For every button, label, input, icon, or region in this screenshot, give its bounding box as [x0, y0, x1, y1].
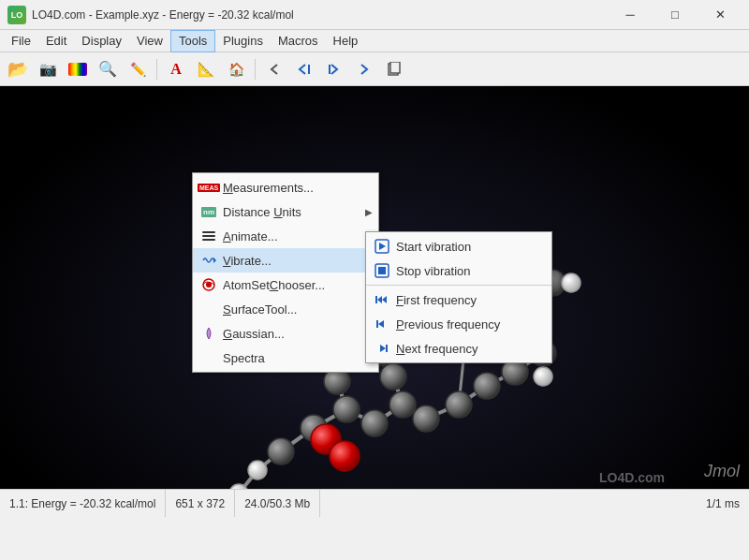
jmol-watermark: Jmol: [704, 462, 740, 481]
svg-rect-3: [390, 62, 400, 73]
menu-animate[interactable]: Animate... ▶: [193, 224, 378, 248]
measure-icon: 📐: [198, 61, 215, 78]
menu-measurements[interactable]: MEAS Measurements...: [193, 175, 378, 199]
maximize-button[interactable]: □: [654, 1, 697, 29]
svg-point-61: [534, 367, 552, 386]
measure-button[interactable]: 📐: [192, 56, 220, 82]
menu-file[interactable]: File: [4, 30, 38, 52]
fwd2-icon: [358, 63, 371, 76]
spectra-label: Spectra: [223, 351, 356, 365]
vibrate-submenu: Start vibration Stop vibration: [365, 231, 552, 363]
first-frequency[interactable]: First frequency: [366, 287, 551, 312]
atomset-icon: [200, 276, 217, 293]
text-icon: A: [170, 61, 182, 78]
svg-marker-75: [380, 345, 386, 352]
energy-label: 1.1: Energy =: [9, 497, 77, 510]
fwd1-icon: [328, 63, 341, 76]
menu-edit[interactable]: Edit: [38, 30, 74, 52]
pages-icon: [388, 62, 401, 77]
menu-help[interactable]: Help: [326, 30, 366, 52]
svg-point-35: [333, 396, 360, 422]
menu-distance-units[interactable]: nm Distance Units ▶: [193, 199, 378, 224]
menu-gaussian[interactable]: Gaussian...: [193, 321, 378, 346]
vibrate-sep: [366, 285, 551, 286]
atomset-label: AtomSetChooser...: [223, 278, 356, 292]
gaussian-label: Gaussian...: [223, 327, 356, 341]
start-vib-label: Start vibration: [396, 240, 529, 254]
nav-back2-button[interactable]: [290, 56, 318, 82]
home-button[interactable]: 🏠: [222, 56, 250, 82]
stop-vib-icon: [374, 262, 390, 279]
svg-point-37: [389, 391, 416, 418]
next-frequency[interactable]: Next frequency: [366, 336, 551, 361]
svg-point-39: [446, 391, 472, 418]
open-button[interactable]: 📂: [4, 56, 32, 82]
svg-point-33: [268, 438, 294, 464]
window-title: LO4D.com - Example.xyz - Energy = -20.32…: [32, 8, 609, 22]
menubar: File Edit Display View Tools Plugins Mac…: [0, 30, 749, 52]
stop-vibration[interactable]: Stop vibration: [366, 258, 551, 283]
measurements-label: Measurements...: [223, 181, 356, 195]
search-icon: 🔍: [98, 60, 117, 78]
vibrate-label: Vibrate...: [223, 254, 356, 268]
window-controls: ─ □ ✕: [609, 1, 742, 29]
first-freq-label: First frequency: [396, 293, 529, 307]
titlebar: LO LO4D.com - Example.xyz - Energy = -20…: [0, 0, 749, 30]
menu-surface[interactable]: SurfaceTool...: [193, 297, 378, 321]
next-freq-icon: [374, 340, 390, 357]
distance-units-arrow: ▶: [365, 207, 373, 217]
gaussian-icon: [200, 325, 217, 342]
svg-point-57: [248, 461, 267, 479]
previous-frequency[interactable]: Previous frequency: [366, 312, 551, 336]
memory-segment: 24.0/50.3 Mb: [235, 490, 320, 517]
dimensions-segment: 651 x 372: [166, 490, 235, 517]
start-vibration[interactable]: Start vibration: [366, 234, 551, 258]
nav-fwd1-button[interactable]: [320, 56, 348, 82]
memory-value: 24.0/50.3 Mb: [244, 497, 310, 510]
edit-button[interactable]: ✏️: [124, 56, 152, 82]
menu-spectra[interactable]: Spectra ▶: [193, 346, 378, 370]
search-button[interactable]: 🔍: [94, 56, 122, 82]
menu-vibrate[interactable]: Vibrate... ▶: [193, 248, 378, 273]
menu-atomset[interactable]: AtomSetChooser...: [193, 273, 378, 297]
menu-display[interactable]: Display: [74, 30, 129, 52]
camera-button[interactable]: 📷: [34, 56, 62, 82]
dimensions-value: 651 x 372: [175, 497, 225, 510]
close-button[interactable]: ✕: [698, 1, 742, 29]
edit-icon: ✏️: [130, 62, 146, 77]
svg-point-56: [330, 441, 360, 471]
menu-tools[interactable]: Tools: [170, 30, 215, 52]
minimize-button[interactable]: ─: [609, 1, 652, 29]
first-freq-icon: [374, 291, 390, 308]
rainbow-icon: [68, 63, 87, 76]
back1-icon: [268, 63, 281, 76]
timing-segment: 1/1 ms: [697, 490, 749, 517]
menu-macros[interactable]: Macros: [271, 30, 326, 52]
text-button[interactable]: A: [162, 56, 190, 82]
svg-point-40: [474, 373, 500, 399]
animate-icon: [200, 228, 217, 244]
lo4d-watermark: LO4D.com: [599, 470, 665, 485]
pages-button[interactable]: [380, 56, 408, 82]
menu-view[interactable]: View: [129, 30, 170, 52]
main-canvas[interactable]: Jmol LO4D.com MEAS Measurements... nm Di…: [0, 86, 749, 489]
home-icon: 🏠: [228, 62, 244, 77]
svg-marker-71: [382, 296, 387, 303]
energy-value: -20.32 kcal/mol: [80, 497, 155, 510]
svg-point-47: [380, 363, 406, 390]
nav-back1-button[interactable]: [260, 56, 288, 82]
prev-freq-label: Previous frequency: [396, 317, 529, 332]
start-vib-icon: [374, 238, 390, 255]
next-freq-label: Next frequency: [396, 342, 529, 356]
measurements-icon: MEAS: [200, 179, 217, 196]
distance-units-label: Distance Units: [223, 205, 356, 219]
energy-segment: 1.1: Energy = -20.32 kcal/mol: [0, 490, 166, 517]
svg-marker-70: [377, 296, 382, 303]
color-button[interactable]: [64, 56, 92, 82]
distance-units-icon: nm: [200, 203, 217, 220]
vibrate-icon: [200, 252, 217, 269]
app-icon: LO: [7, 6, 26, 24]
surface-label: SurfaceTool...: [223, 302, 356, 317]
menu-plugins[interactable]: Plugins: [215, 30, 271, 52]
nav-fwd2-button[interactable]: [350, 56, 378, 82]
